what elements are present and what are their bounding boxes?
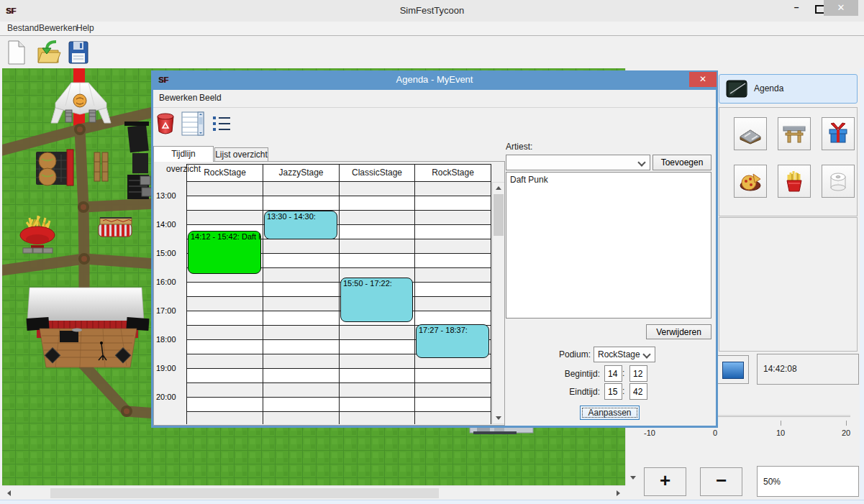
main-menubar: Bestand Bewerken Help (0, 22, 864, 36)
road-tile-icon (737, 121, 763, 147)
time-label: 17:00 (156, 306, 185, 315)
zoom-level-box[interactable]: 50% (757, 466, 859, 497)
grid-column-line (491, 182, 491, 424)
artist-list-item[interactable]: Daft Punk (506, 173, 711, 187)
slider-label: 20 (835, 429, 857, 437)
menu-bestand[interactable]: Bestand (7, 23, 39, 33)
zoom-in-button[interactable]: + (644, 467, 686, 496)
play-pause-button[interactable] (716, 355, 749, 384)
shop-item-gate[interactable] (778, 117, 811, 150)
chevron-down-icon (637, 158, 645, 166)
end-minute-field[interactable] (629, 383, 647, 400)
timeline-scroll-thumb[interactable] (494, 194, 504, 236)
shop-item-fries[interactable] (778, 165, 811, 198)
time-label: 20:00 (156, 393, 185, 401)
dialog-logo-icon: SF (156, 73, 170, 86)
dialog-menu-bewerken[interactable]: Bewerken (159, 93, 197, 103)
zoom-out-button[interactable]: − (700, 467, 742, 496)
shop-item-pizza[interactable] (734, 165, 767, 198)
slider-label: 10 (770, 429, 791, 437)
clock-display: 14:42:08 (757, 354, 859, 385)
main-stage (26, 288, 149, 367)
play-pause-icon (722, 362, 744, 379)
dialog-titlebar[interactable]: SF Agenda - MyEvent ✕ (151, 70, 718, 90)
time-label: 14:00 (156, 220, 185, 229)
list-view-icon (211, 113, 232, 134)
trash-icon (155, 112, 176, 135)
timeline-scrollbar[interactable] (492, 182, 505, 424)
delete-event-button[interactable] (155, 112, 176, 137)
artist-combobox[interactable] (506, 155, 650, 170)
timeline-panel: RockStageJazzyStageClassicStageRockStage… (153, 161, 505, 426)
map-hscroll-thumb[interactable] (50, 488, 439, 498)
slider-tick (781, 421, 781, 426)
begin-hour-field[interactable] (604, 365, 622, 382)
schedule-event[interactable]: 14:12 - 15:42: Daft Punk (188, 231, 261, 274)
map-horizontal-scrollbar[interactable] (2, 485, 625, 500)
burger-stand (36, 150, 73, 185)
striped-stall (99, 218, 132, 237)
time-label: 16:00 (156, 278, 185, 286)
shop-box (719, 107, 858, 216)
podium-combo-value: RockStage (598, 349, 640, 359)
menu-help[interactable]: Help (76, 23, 94, 33)
agenda-button[interactable]: Agenda (719, 74, 858, 104)
stage-header: RockStage (414, 164, 491, 182)
add-artist-button[interactable]: Toevoegen (652, 155, 711, 170)
time-label: 18:00 (156, 335, 185, 344)
grid-column-line (414, 182, 415, 424)
scroll-down-icon[interactable] (496, 416, 501, 420)
shop-item-gift[interactable] (822, 117, 855, 150)
scroll-down-icon[interactable] (630, 476, 636, 480)
time-label: 15:00 (156, 249, 185, 257)
scroll-right-icon[interactable] (617, 490, 620, 496)
timeline-view-button[interactable] (181, 111, 205, 139)
shop-item-road[interactable] (734, 117, 767, 150)
main-toolbar (0, 36, 864, 68)
titlebar: SF SimFestTycoon – ✕ (0, 0, 864, 22)
artist-listbox[interactable]: Daft Punk (506, 172, 711, 319)
dialog-menu-beeld[interactable]: Beeld (199, 93, 222, 103)
gift-icon (825, 121, 851, 147)
schedule-event[interactable]: 15:50 - 17:22: (340, 278, 413, 321)
begin-minute-field[interactable] (629, 365, 647, 382)
time-colon: : (622, 368, 624, 378)
dialog-body: Bewerken Beeld (153, 90, 716, 426)
apply-button[interactable]: Aanpassen (580, 406, 640, 420)
open-file-button[interactable] (36, 40, 62, 67)
gate-icon (781, 121, 807, 147)
agenda-book-icon (725, 78, 751, 101)
schedule-event[interactable]: 17:27 - 18:37: (416, 324, 489, 358)
tab-tijdlijn-overzicht[interactable]: Tijdlijn overzicht (153, 146, 214, 162)
close-button[interactable]: ✕ (824, 0, 858, 16)
window-title: SimFestTycoon (0, 5, 864, 16)
scroll-up-icon[interactable] (496, 186, 501, 190)
new-document-icon (6, 40, 27, 65)
menu-bewerken[interactable]: Bewerken (39, 23, 77, 33)
save-file-button[interactable] (67, 40, 93, 67)
dialog-close-button[interactable]: ✕ (689, 72, 717, 87)
podium-label: Podium: (490, 349, 591, 359)
stage-header: ClassicStage (339, 164, 415, 182)
shop-item-toilet-paper[interactable] (822, 165, 855, 198)
remove-artist-button[interactable]: Verwijderen (646, 324, 711, 339)
statusbar (0, 500, 864, 504)
slider-tick (846, 421, 847, 426)
minimize-button[interactable]: – (786, 0, 807, 17)
tab-lijst-overzicht[interactable]: Lijst overzicht (214, 147, 268, 162)
new-file-button[interactable] (6, 40, 32, 67)
open-folder-icon (36, 40, 62, 65)
zoom-level-value: 50% (763, 477, 781, 487)
grid-column-line (186, 182, 187, 424)
app-window: SF SimFestTycoon – ✕ Bestand Bewerken He… (0, 0, 864, 504)
window-edge (860, 68, 864, 500)
agenda-dialog: SF Agenda - MyEvent ✕ Bewerken Beeld (151, 70, 718, 428)
time-label: 13:00 (156, 191, 185, 200)
dialog-menubar: Bewerken Beeld (153, 90, 716, 108)
end-hour-field[interactable] (604, 383, 622, 400)
schedule-event[interactable]: 13:30 - 14:30: (264, 211, 337, 239)
time-label: 19:00 (156, 364, 185, 372)
podium-combobox[interactable]: RockStage (594, 347, 655, 362)
list-view-button[interactable] (211, 113, 232, 137)
scroll-left-icon[interactable] (7, 490, 11, 496)
